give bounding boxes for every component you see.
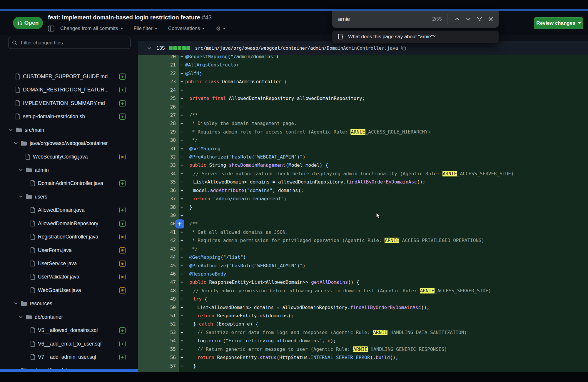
find-input[interactable]	[338, 16, 406, 23]
line-number[interactable]: 41	[138, 228, 176, 236]
tree-file-setup-domain-restriction-sh[interactable]: setup-domain-restriction.sh+	[0, 110, 138, 123]
line-number[interactable]: 40	[138, 219, 176, 228]
file-path[interactable]: src/main/java/org/owasp/webgoat/containe…	[195, 46, 398, 51]
commit-range-selector[interactable]: Changes from all commits	[60, 26, 123, 31]
diff-line-55: 55+// Return generic error message to us…	[138, 345, 588, 353]
tree-file-webgoatuser-java[interactable]: WebGoatUser.java	[0, 283, 138, 297]
line-number[interactable]: 35	[138, 178, 176, 186]
line-number[interactable]: 27	[138, 111, 176, 119]
line-number[interactable]: 48	[138, 286, 176, 295]
code-text: public ResponseEntity<List<AllowedDomain…	[189, 278, 359, 286]
line-number[interactable]: 51	[138, 311, 176, 320]
file-added-icon: +	[119, 221, 126, 227]
line-number[interactable]: 33	[138, 161, 176, 169]
addition-marker: +	[181, 270, 183, 278]
tree-file-websecurityconfig-java[interactable]: WebSecurityConfig.java	[0, 150, 138, 164]
line-number[interactable]: 55	[138, 345, 176, 353]
tree-folder-resources[interactable]: resources	[0, 297, 138, 310]
file-icon	[30, 247, 35, 253]
find-filter-button[interactable]	[474, 14, 485, 25]
diff-settings-button[interactable]: ⚙	[216, 25, 226, 32]
find-next-button[interactable]	[463, 14, 474, 25]
tree-folder-src-main[interactable]: src/main	[0, 123, 138, 137]
diff-line-57: 57+}	[138, 362, 588, 370]
line-number[interactable]: 43	[138, 245, 176, 253]
tree-item-label: admin	[35, 167, 49, 173]
search-match-highlight: ARNIE	[373, 330, 387, 335]
find-previous-button[interactable]	[452, 14, 463, 25]
addition-marker: +	[181, 111, 183, 119]
line-number[interactable]: 30	[138, 136, 176, 144]
line-number[interactable]: 22	[138, 69, 176, 78]
line-number[interactable]: 29	[138, 128, 176, 136]
line-number[interactable]: 25	[138, 94, 176, 103]
addition-marker: +	[181, 261, 183, 270]
code-text: @GetMapping	[189, 144, 220, 153]
sidebar-scrollbar[interactable]	[0, 369, 138, 372]
diff-line-36: 36+model.addAttribute("domains", domains…	[138, 186, 588, 195]
line-number[interactable]: 26	[138, 103, 176, 111]
tree-file-v6-add-email-to-user-sql[interactable]: V6__add_email_to_user.sql+	[0, 337, 138, 351]
line-number[interactable]: 42	[138, 236, 176, 245]
find-close-button[interactable]	[485, 14, 496, 25]
tree-file-registrationcontroller-java[interactable]: RegistrationController.java	[0, 230, 138, 243]
line-number[interactable]: 50	[138, 303, 176, 312]
tree-file-v5-allowed-domains-sql[interactable]: V5__allowed_domains.sql+	[0, 323, 138, 337]
tree-file-v7-add-admin-user-sql[interactable]: V7__add_admin_user.sql+	[0, 350, 138, 364]
line-number[interactable]: 54	[138, 336, 176, 345]
line-number[interactable]: 56	[138, 353, 176, 362]
file-icon	[15, 87, 20, 93]
file-icon	[15, 87, 20, 93]
copy-path-icon[interactable]	[401, 46, 406, 51]
collapse-file-button[interactable]	[147, 46, 152, 51]
tree-file-alloweddomain-java[interactable]: AllowedDomain.java+	[0, 203, 138, 217]
line-number[interactable]: 52	[138, 320, 176, 328]
line-number[interactable]: 21	[138, 61, 176, 69]
line-number[interactable]: 23	[138, 77, 176, 86]
tree-file-domainadmincontroller-java[interactable]: DomainAdminController.java+	[0, 176, 138, 190]
tree-file-userform-java[interactable]: UserForm.java	[0, 243, 138, 257]
file-filter-selector[interactable]: File filter	[134, 26, 158, 31]
tree-folder-users[interactable]: users	[0, 190, 138, 203]
line-number[interactable]: 53	[138, 328, 176, 337]
review-changes-button[interactable]: Review changes	[534, 17, 583, 29]
tree-file-customer-support-guide-md[interactable]: CUSTOMER_SUPPORT_GUIDE.md+	[0, 70, 138, 83]
tree-folder-java-org-owasp-webgoat-container[interactable]: java/org/owasp/webgoat/container	[0, 136, 138, 150]
tree-folder-db-container[interactable]: db/container	[0, 310, 138, 324]
line-number[interactable]: 24	[138, 86, 176, 94]
line-number[interactable]: 39	[138, 211, 176, 220]
line-number[interactable]: 49	[138, 295, 176, 303]
sidebar-toggle-button[interactable]	[48, 26, 54, 31]
diff-line-47: 47+public ResponseEntity<List<AllowedDom…	[138, 278, 588, 286]
line-number[interactable]: 38	[138, 203, 176, 211]
conversations-selector[interactable]: Conversations	[168, 26, 205, 31]
line-number[interactable]: 34	[138, 169, 176, 178]
tree-file-alloweddomainrepository-[interactable]: AllowedDomainRepository....+	[0, 217, 138, 230]
file-change-count: 135	[156, 45, 165, 51]
page-question-suggestion[interactable]: What does this page say about "arnie"?	[332, 31, 499, 43]
line-number[interactable]: 45	[138, 261, 176, 270]
line-number[interactable]: 36	[138, 186, 176, 195]
add-line-comment-button[interactable]: +	[175, 219, 184, 228]
tree-file-userservice-java[interactable]: UserService.java	[0, 257, 138, 270]
code-text: public class DomainAdminController {	[185, 77, 287, 86]
tree-file-domain-restriction-featur-[interactable]: DOMAIN_RESTRICTION_FEATUR...+	[0, 83, 138, 96]
line-number[interactable]: 46	[138, 270, 176, 278]
tree-file-implementation-summary-md[interactable]: IMPLEMENTATION_SUMMARY.md+	[0, 96, 138, 110]
line-number[interactable]: 32	[138, 153, 176, 161]
line-number[interactable]: 28	[138, 119, 176, 128]
chevron-down-icon	[147, 46, 152, 51]
code-text: /**	[189, 219, 198, 228]
tree-file-uservalidator-java[interactable]: UserValidator.java	[0, 270, 138, 283]
line-number[interactable]: 44	[138, 253, 176, 261]
search-match-highlight: ARNIE	[385, 238, 399, 243]
file-filter-input[interactable]	[20, 40, 118, 46]
line-number[interactable]: 31	[138, 144, 176, 153]
folder-icon	[26, 167, 32, 173]
line-number[interactable]: 37	[138, 194, 176, 203]
tree-folder-admin[interactable]: admin	[0, 163, 138, 177]
file-modified-icon	[119, 234, 126, 240]
line-number[interactable]: 57	[138, 362, 176, 370]
line-number[interactable]: 47	[138, 278, 176, 286]
file-icon	[15, 74, 20, 79]
